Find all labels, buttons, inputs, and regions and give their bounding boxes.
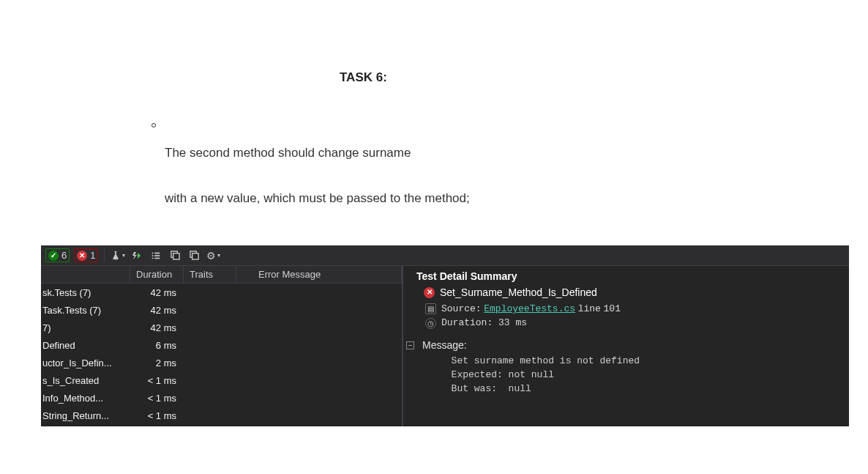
- collapse-toggle[interactable]: −: [406, 341, 414, 349]
- detail-duration-row: ◷ Duration: 33 ms: [416, 316, 849, 330]
- svg-rect-5: [155, 255, 160, 256]
- test-toolbar: ✓ 6 ✕ 1: [41, 245, 849, 266]
- detail-message-body: Set surname method is not defined Expect…: [416, 354, 849, 396]
- test-body: Duration Traits Error Message sk.Tests (…: [41, 266, 849, 426]
- column-error-message[interactable]: Error Message: [236, 266, 402, 283]
- column-duration[interactable]: Duration: [130, 266, 184, 283]
- test-duration-cell: < 1 ms: [130, 393, 184, 404]
- svg-rect-4: [152, 255, 154, 256]
- detail-test-name: Set_Surname_Method_Is_Defined: [440, 286, 597, 298]
- passed-tests-chip[interactable]: ✓ 6: [45, 248, 70, 262]
- message-label: Message:: [422, 339, 467, 351]
- test-duration-cell: < 1 ms: [130, 375, 184, 386]
- test-explorer-panel: ✓ 6 ✕ 1: [41, 245, 849, 426]
- detail-source-row: ▤ Source: EmployeeTests.cs line 101: [416, 301, 849, 316]
- layout-button-2[interactable]: [187, 248, 201, 263]
- duration-value: 33 ms: [498, 317, 527, 328]
- test-name-cell: uctor_Is_Defin...: [41, 358, 130, 369]
- table-row[interactable]: String_Return... < 1 ms: [41, 407, 402, 424]
- test-duration-cell: 42 ms: [130, 322, 184, 333]
- test-name-cell: Info_Method...: [41, 393, 130, 404]
- list-icon: [151, 251, 161, 261]
- test-duration-cell: 42 ms: [130, 305, 184, 316]
- test-name-cell: 7): [41, 322, 130, 333]
- bullet-marker-icon: [151, 123, 156, 127]
- bullet-line-2: with a new value, which must be passed t…: [165, 191, 470, 205]
- document-icon: ▤: [425, 303, 436, 314]
- table-row[interactable]: Task.Tests (7) 42 ms: [41, 301, 402, 319]
- detail-message-header: − Message:: [416, 330, 849, 354]
- failed-count: 1: [90, 250, 95, 261]
- test-rows: sk.Tests (7) 42 ms Task.Tests (7) 42 ms …: [41, 284, 402, 424]
- source-line-label: line: [578, 303, 601, 314]
- passed-count: 6: [61, 250, 67, 261]
- test-name-cell: sk.Tests (7): [41, 287, 130, 298]
- source-line-number: 101: [604, 303, 621, 314]
- column-traits[interactable]: Traits: [184, 266, 236, 283]
- failed-tests-chip[interactable]: ✕ 1: [74, 248, 98, 262]
- detail-test-title: ✕ Set_Surname_Method_Is_Defined: [416, 286, 849, 301]
- test-name-cell: Defined: [41, 340, 130, 351]
- test-list-header: Duration Traits Error Message: [41, 266, 402, 284]
- svg-marker-0: [132, 252, 137, 259]
- flask-icon: [111, 251, 121, 261]
- layout-button-1[interactable]: [168, 248, 182, 263]
- svg-rect-3: [155, 252, 160, 253]
- task-bullet-text: The second method should change surname …: [165, 119, 470, 210]
- window-icon: [190, 251, 199, 260]
- col-spacer: [41, 266, 130, 283]
- test-name-cell: Task.Tests (7): [41, 305, 130, 316]
- toolbar-separator: [104, 249, 105, 262]
- table-row[interactable]: 7) 42 ms: [41, 319, 402, 336]
- svg-rect-2: [152, 252, 154, 253]
- gear-icon: ⚙: [206, 250, 216, 262]
- svg-rect-6: [152, 257, 154, 259]
- test-list-pane: Duration Traits Error Message sk.Tests (…: [41, 266, 403, 426]
- check-icon: ✓: [48, 251, 59, 261]
- bullet-line-1: The second method should change surname: [165, 146, 411, 160]
- table-row[interactable]: uctor_Is_Defin... 2 ms: [41, 354, 402, 371]
- test-name-cell: String_Return...: [41, 410, 130, 421]
- play-lightning-icon: [132, 251, 141, 260]
- source-label: Source:: [441, 303, 482, 314]
- task-bullet: The second method should change surname …: [151, 119, 470, 210]
- playlist-button[interactable]: [149, 248, 163, 263]
- clock-icon: ◷: [425, 318, 436, 329]
- fail-icon: ✕: [424, 287, 435, 298]
- document-area: TASK 6: The second method should change …: [0, 0, 868, 245]
- test-duration-cell: 42 ms: [130, 287, 184, 298]
- test-duration-cell: < 1 ms: [130, 410, 184, 421]
- detail-heading: Test Detail Summary: [416, 269, 849, 286]
- svg-marker-1: [138, 253, 141, 259]
- svg-rect-7: [155, 257, 160, 259]
- run-settings-button[interactable]: [111, 248, 125, 263]
- test-duration-cell: 6 ms: [130, 340, 184, 351]
- test-detail-pane: Test Detail Summary ✕ Set_Surname_Method…: [403, 266, 849, 426]
- table-row[interactable]: Info_Method... < 1 ms: [41, 389, 402, 407]
- test-name-cell: s_Is_Created: [41, 375, 130, 386]
- run-tests-button[interactable]: [130, 248, 144, 263]
- test-duration-cell: 2 ms: [130, 358, 184, 369]
- svg-rect-9: [173, 253, 179, 259]
- duration-label: Duration:: [441, 317, 493, 328]
- source-file-link[interactable]: EmployeeTests.cs: [484, 303, 575, 314]
- svg-rect-11: [192, 253, 198, 259]
- settings-button[interactable]: ⚙: [206, 248, 220, 263]
- task-heading: TASK 6:: [340, 70, 387, 85]
- window-icon: [171, 251, 180, 260]
- x-icon: ✕: [77, 251, 87, 261]
- table-row[interactable]: sk.Tests (7) 42 ms: [41, 284, 402, 301]
- table-row[interactable]: s_Is_Created < 1 ms: [41, 371, 402, 389]
- table-row[interactable]: Defined 6 ms: [41, 336, 402, 354]
